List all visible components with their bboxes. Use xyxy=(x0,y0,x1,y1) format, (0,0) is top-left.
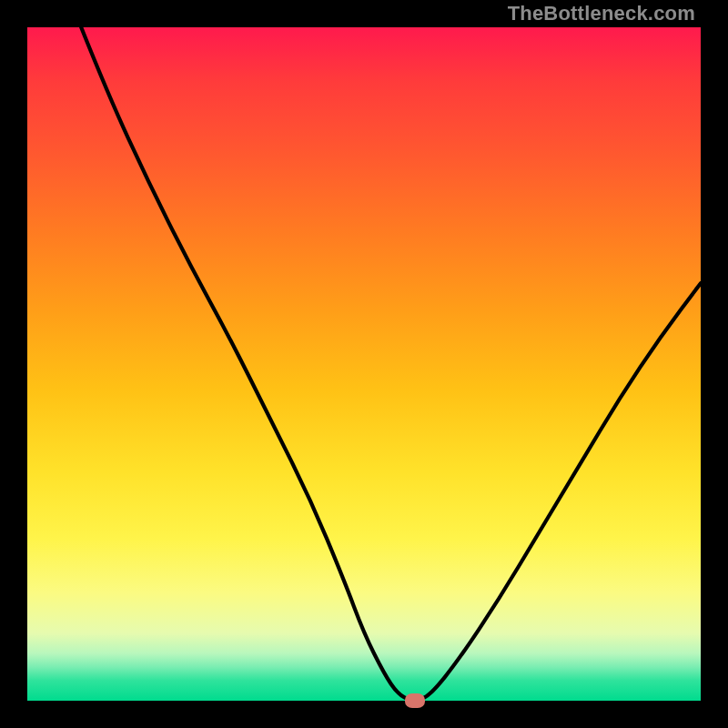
watermark-text: TheBottleneck.com xyxy=(508,2,695,25)
optimal-point-marker xyxy=(405,693,425,708)
bottleneck-curve xyxy=(27,27,701,701)
chart-frame: TheBottleneck.com xyxy=(0,0,728,728)
